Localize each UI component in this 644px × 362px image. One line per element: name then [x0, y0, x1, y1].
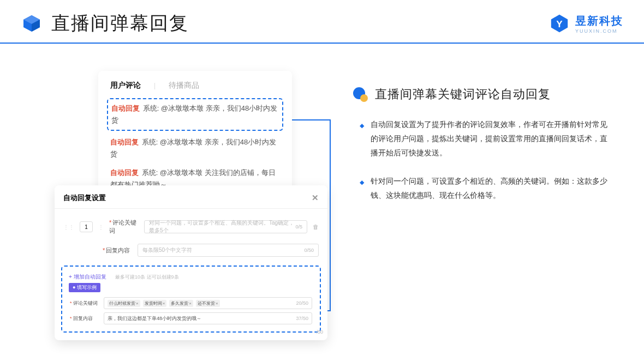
keyword-input[interactable]: 对同一个问题，可设置多个相近、高频的关键词。Tag确定，最多5个 0/5 — [144, 220, 307, 233]
delete-icon[interactable]: 🗑 — [313, 224, 319, 230]
ex-keyword-input[interactable]: 什么时候发货× 发货时间× 多久发货× 还不发货× 20/50 — [104, 297, 312, 309]
comment-row-highlighted: 自动回复 系统: @冰墩墩本墩 亲亲，我们48小时内发货 — [107, 98, 283, 131]
chat-bubble-icon — [352, 86, 368, 102]
keyword-counter: 0/5 — [295, 224, 302, 230]
content-counter: 0/50 — [304, 248, 314, 253]
add-hint: 最多可建10条 还可以创建9条 — [115, 274, 179, 280]
tag-item: 什么时候发货× — [108, 300, 140, 307]
section-title: 直播间弹幕关键词评论自动回复 — [375, 86, 551, 102]
page-title: 直播间弹幕回复 — [51, 11, 189, 36]
cube-icon — [21, 13, 43, 34]
tag-item: 发货时间× — [143, 300, 167, 307]
example-box: + 增加自动回复 最多可建10条 还可以创建9条 ● 填写示例 *评论关键词 什… — [61, 266, 321, 333]
bullet-text: 针对同一个问题，可设置多个相近的、高频的关键词。例如：这款多少钱、这块能优惠吗、… — [371, 174, 611, 203]
tag-item: 多久发货× — [169, 300, 193, 307]
tab-products[interactable]: 待播商品 — [169, 81, 199, 90]
dialog-title: 自动回复设置 — [63, 193, 106, 203]
brand-domain: YUUXIN.COM — [575, 28, 623, 34]
brand-name: 昱新科技 — [575, 14, 623, 28]
auto-reply-badge: 自动回复 — [111, 104, 140, 112]
svg-point-6 — [360, 94, 368, 102]
keyword-label: *评论关键词 — [109, 219, 139, 235]
comment-row: 自动回复 系统: @冰墩墩本墩 亲亲，我们48小时内发货 — [110, 133, 280, 164]
ex-content-counter: 37/50 — [296, 316, 308, 321]
tag-item: 还不发货× — [196, 300, 220, 307]
brand-logo: Y 昱新科技 YUUXIN.COM — [549, 13, 623, 34]
tag-remove-icon[interactable]: × — [163, 301, 165, 306]
example-badge: ● 填写示例 — [69, 283, 100, 292]
ex-keyword-label: *评论关键词 — [70, 300, 98, 307]
sequence-input[interactable]: 1 — [80, 221, 93, 232]
bullet-text: 自动回复设置为了提升作者的评论回复效率，作者可在开播前针对常见的评论用户问题，提… — [371, 118, 611, 160]
bottom-counter: /50 — [316, 329, 323, 335]
ex-keyword-counter: 20/50 — [296, 300, 308, 306]
auto-reply-badge: 自动回复 — [110, 138, 139, 146]
drag-icon: ⋮ — [98, 224, 104, 230]
ex-content-input[interactable]: 亲，我们这边都是下单48小时内发货的哦～ 37/50 — [104, 312, 312, 324]
add-reply-link[interactable]: + 增加自动回复 — [64, 272, 111, 282]
content-input[interactable]: 每条限50个中文字符 0/50 — [138, 244, 319, 257]
drag-handle-icon[interactable]: ⋮⋮ — [63, 224, 74, 230]
auto-reply-badge: 自动回复 — [110, 168, 139, 177]
tag-remove-icon[interactable]: × — [136, 301, 139, 306]
tag-remove-icon[interactable]: × — [189, 301, 192, 306]
settings-dialog: 自动回复设置 ✕ ⋮⋮ 1 ⋮ *评论关键词 对同一个问题，可设置多个相近、高频… — [55, 185, 327, 340]
ex-content-label: *回复内容 — [70, 315, 98, 322]
content-label: *回复内容 — [103, 246, 132, 255]
tag-remove-icon[interactable]: × — [216, 301, 218, 306]
brand-icon: Y — [549, 13, 570, 34]
tab-comments[interactable]: 用户评论 — [110, 81, 141, 90]
close-icon[interactable]: ✕ — [312, 193, 319, 203]
svg-text:Y: Y — [556, 19, 563, 29]
